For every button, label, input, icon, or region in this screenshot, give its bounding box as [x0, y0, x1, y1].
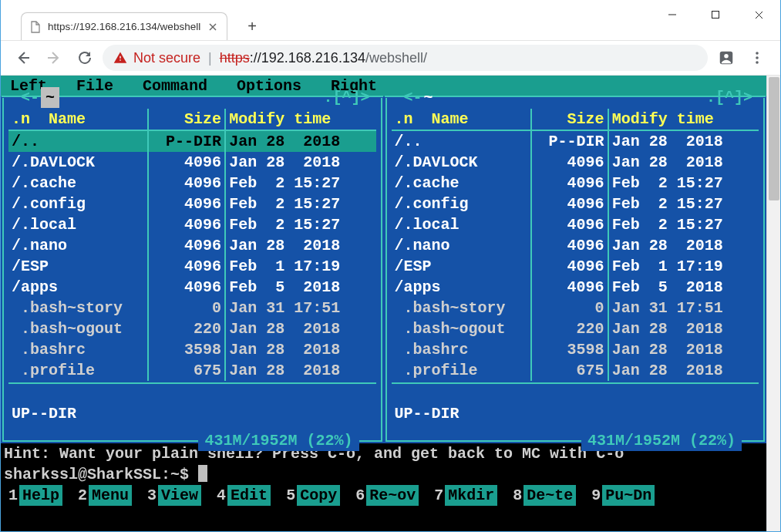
right-file-list[interactable]: .n Name Size Modify time /..P--DIRJan 28… [392, 109, 759, 381]
file-row[interactable]: /..P--DIRJan 28 2018 [8, 130, 376, 152]
file-row[interactable]: /.config4096Feb 2 15:27 [8, 194, 376, 214]
col-modify: Modify time [225, 109, 375, 130]
new-tab-button[interactable]: + [241, 15, 263, 37]
file-row[interactable]: .bashrc3598Jan 28 2018 [392, 339, 759, 360]
fn-key[interactable]: 4Edit [209, 485, 278, 506]
file-row[interactable]: /ESP4096Feb 1 17:19 [8, 256, 376, 277]
file-row[interactable]: .bash~story0Jan 31 17:51 [8, 298, 376, 318]
not-secure-label: Not secure [133, 50, 200, 66]
panel-right-marker: .[^]> [706, 87, 752, 108]
left-panel-path: ~ [41, 87, 59, 108]
col-size: Size [148, 109, 225, 130]
reload-button[interactable] [72, 45, 98, 71]
svg-rect-1 [712, 12, 719, 19]
fn-key[interactable]: 9Pu~Dn [584, 485, 662, 506]
url-display: https://192.168.216.134/webshell/ [220, 50, 427, 66]
mc-menu-item[interactable]: File [69, 76, 135, 96]
browser-tab[interactable]: https://192.168.216.134/webshell [21, 12, 227, 40]
tab-title: https://192.168.216.134/webshell [48, 21, 200, 32]
fn-key[interactable]: 3View [140, 485, 209, 506]
panel-right-marker: .[^]> [323, 87, 369, 108]
svg-point-8 [756, 52, 759, 55]
fn-key[interactable]: 6Re~ov [348, 485, 426, 506]
file-row[interactable]: /.local4096Feb 2 15:27 [392, 214, 759, 235]
file-row[interactable]: /.DAVLOCK4096Jan 28 2018 [392, 152, 759, 173]
browser-toolbar: Not secure | https://192.168.216.134/web… [1, 40, 780, 76]
forward-button[interactable] [41, 45, 67, 71]
file-row[interactable]: /.cache4096Feb 2 15:27 [392, 173, 759, 194]
file-row[interactable]: /apps4096Feb 5 2018 [392, 277, 759, 298]
fn-key[interactable]: 7Mkdir [426, 485, 505, 506]
left-panel-footer: UP--DIR [8, 403, 376, 424]
vertical-scrollbar[interactable] [766, 76, 780, 531]
file-row[interactable]: /apps4096Feb 5 2018 [8, 277, 376, 298]
right-panel-path: ~ [424, 87, 433, 108]
panel-left-arrow: <- [404, 87, 422, 108]
fn-key[interactable]: 1Help [1, 485, 70, 506]
file-row[interactable]: .bash~ogout220Jan 28 2018 [8, 318, 376, 339]
col-modify: Modify time [608, 109, 759, 130]
file-row[interactable]: /..P--DIRJan 28 2018 [392, 130, 759, 152]
warning-icon [113, 51, 127, 65]
file-row[interactable]: /.DAVLOCK4096Jan 28 2018 [8, 152, 376, 173]
page-content: LeftFileCommandOptionsRight <- ~ .[^]> .… [1, 76, 780, 531]
scrollbar-thumb[interactable] [769, 77, 779, 200]
file-row[interactable]: /ESP4096Feb 1 17:19 [392, 256, 759, 277]
window-maximize-button[interactable] [694, 0, 737, 29]
svg-point-10 [756, 61, 759, 64]
close-tab-icon[interactable] [207, 21, 219, 33]
file-row[interactable]: /.local4096Feb 2 15:27 [8, 214, 376, 235]
panel-left-arrow: <- [21, 87, 39, 108]
left-disk-free: 431M/1952M (22%) [198, 430, 359, 451]
right-panel[interactable]: <- ~ .[^]> .n Name Size Modify time /..P… [385, 98, 766, 442]
cursor-icon [198, 465, 207, 482]
omnibox[interactable]: Not secure | https://192.168.216.134/web… [103, 45, 708, 71]
file-row[interactable]: .profile675Jan 28 2018 [392, 360, 759, 381]
file-row[interactable]: /.config4096Feb 2 15:27 [392, 194, 759, 214]
right-panel-footer: UP--DIR [392, 403, 759, 424]
mc-menu-item[interactable]: Command [135, 76, 229, 96]
menu-icon[interactable] [743, 44, 771, 72]
file-row[interactable]: .bashrc3598Jan 28 2018 [8, 339, 376, 360]
file-row[interactable]: .bash~story0Jan 31 17:51 [392, 298, 759, 318]
back-button[interactable] [10, 45, 36, 71]
function-key-bar[interactable]: 1Help2Menu3View4Edit5Copy6Re~ov7Mkdir8De… [1, 485, 766, 506]
left-file-list[interactable]: .n Name Size Modify time /..P--DIRJan 28… [8, 109, 376, 381]
fn-key[interactable]: 8De~te [505, 485, 584, 506]
file-row[interactable]: /.nano4096Jan 28 2018 [392, 235, 759, 256]
omnibox-separator: | [208, 50, 212, 66]
window-close-button[interactable] [737, 0, 780, 29]
svg-point-7 [724, 54, 729, 59]
right-disk-free: 431M/1952M (22%) [581, 430, 742, 451]
col-size: Size [531, 109, 608, 130]
mc-menu-item[interactable]: Options [229, 76, 323, 96]
terminal-app[interactable]: LeftFileCommandOptionsRight <- ~ .[^]> .… [1, 76, 766, 506]
mc-menubar[interactable]: LeftFileCommandOptionsRight [1, 76, 766, 96]
account-icon[interactable] [712, 44, 740, 72]
window-minimize-button[interactable] [651, 0, 694, 29]
file-row[interactable]: .profile675Jan 28 2018 [8, 360, 376, 381]
fn-key[interactable]: 5Copy [278, 485, 348, 506]
svg-point-9 [756, 56, 759, 59]
left-panel[interactable]: <- ~ .[^]> .n Name Size Modify time /..P… [2, 98, 382, 442]
col-name: .n Name [392, 109, 531, 130]
page-icon [29, 21, 42, 33]
col-name: .n Name [8, 109, 148, 130]
fn-key[interactable]: 2Menu [70, 485, 140, 506]
file-row[interactable]: /.cache4096Feb 2 15:27 [8, 173, 376, 194]
file-row[interactable]: .bash~ogout220Jan 28 2018 [392, 318, 759, 339]
prompt-line[interactable]: sharkssl@SharkSSL:~$ [4, 464, 763, 485]
file-row[interactable]: /.nano4096Jan 28 2018 [8, 235, 376, 256]
